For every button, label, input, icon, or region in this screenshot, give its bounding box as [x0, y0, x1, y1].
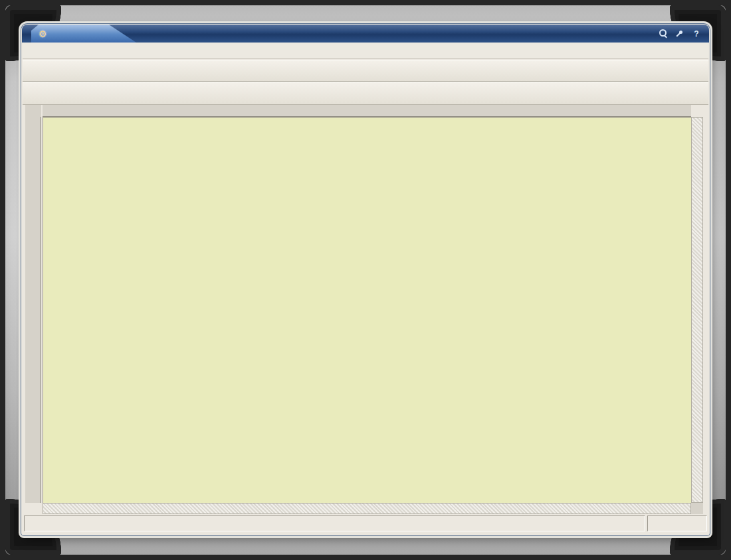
status-message-panel [24, 515, 645, 531]
device-frame: ⚙ ? [0, 0, 731, 560]
drawing-toolbar [23, 82, 708, 105]
pushpin-icon [676, 30, 684, 38]
titlebar: ⚙ ? [22, 25, 709, 43]
vertical-scrollbar[interactable] [691, 117, 703, 503]
gear-icon: ⚙ [39, 29, 47, 39]
app-window: ⚙ ? [21, 24, 710, 535]
magnifier-plus-icon [659, 29, 668, 38]
color-indicator [655, 523, 700, 524]
horizontal-scrollbar[interactable] [43, 503, 691, 514]
question-icon: ? [694, 30, 698, 38]
statusbar [24, 515, 707, 531]
ruler-top [43, 105, 691, 117]
menubar [23, 43, 708, 59]
drawing-canvas[interactable] [43, 117, 691, 503]
pin-button[interactable] [674, 29, 686, 39]
status-indicator-panel [647, 515, 707, 531]
titlebar-buttons: ? [657, 25, 702, 43]
window-zoom-button[interactable] [657, 29, 669, 39]
main-toolbar [23, 60, 708, 82]
help-button[interactable]: ? [690, 29, 702, 39]
app-tab[interactable]: ⚙ [31, 25, 136, 43]
ruler-corner [25, 105, 41, 117]
ruler-left [25, 117, 41, 503]
scrollbar-corner [691, 503, 703, 514]
